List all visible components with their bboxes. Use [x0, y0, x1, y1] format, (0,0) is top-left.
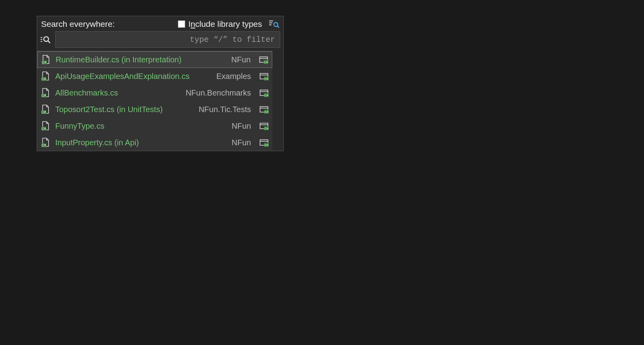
result-row[interactable]: Toposort2Test.cs (in UnitTests)NFun.Tic.…	[37, 101, 272, 118]
csharp-file-icon	[41, 55, 50, 64]
checkbox-label: Include library types	[188, 19, 262, 29]
search-row	[37, 31, 283, 51]
csharp-project-icon	[260, 122, 269, 130]
search-scope-icon[interactable]	[40, 35, 51, 44]
search-everywhere-popup: Search everywhere: Include library types	[37, 16, 284, 151]
result-file-name: AllBenchmarks.cs	[55, 88, 180, 98]
result-file-name: FunnyType.cs	[55, 122, 226, 131]
result-file-name: Toposort2Test.cs (in UnitTests)	[55, 105, 193, 114]
result-file-name: ApiUsageExamplesAndExplanation.cs	[55, 72, 211, 81]
csharp-project-icon	[260, 88, 269, 97]
result-row[interactable]: InputProperty.cs (in Api)NFun	[37, 134, 272, 151]
csharp-project-icon	[260, 105, 269, 114]
result-file-name: InputProperty.cs (in Api)	[55, 138, 226, 147]
search-input[interactable]	[55, 31, 280, 48]
csharp-file-icon	[41, 71, 50, 81]
svg-point-3	[274, 22, 278, 26]
popup-header: Search everywhere: Include library types	[37, 16, 283, 31]
csharp-file-icon	[41, 105, 50, 114]
filter-options-icon[interactable]	[269, 20, 279, 28]
result-project-name: NFun	[232, 122, 251, 131]
result-project-name: NFun	[231, 55, 251, 64]
include-library-types-checkbox[interactable]: Include library types	[178, 19, 262, 29]
svg-line-4	[277, 26, 279, 28]
result-file-name: RuntimeBuilder.cs (in Interpretation)	[56, 55, 226, 64]
result-project-name: NFun.Tic.Tests	[198, 105, 251, 114]
results-list: RuntimeBuilder.cs (in Interpretation)NFu…	[37, 51, 272, 151]
checkbox-box	[178, 21, 185, 28]
csharp-file-icon	[41, 121, 50, 131]
result-row[interactable]: AllBenchmarks.csNFun.Benchmarks	[37, 84, 272, 101]
csharp-file-icon	[41, 138, 50, 147]
result-row[interactable]: ApiUsageExamplesAndExplanation.csExample…	[37, 68, 272, 84]
result-row[interactable]: RuntimeBuilder.cs (in Interpretation)NFu…	[37, 51, 272, 68]
popup-title: Search everywhere:	[41, 19, 175, 29]
svg-point-8	[44, 37, 49, 41]
csharp-file-icon	[41, 88, 50, 98]
result-row[interactable]: FunnyType.csNFun	[37, 118, 272, 134]
result-project-name: NFun	[232, 138, 251, 147]
csharp-project-icon	[260, 138, 269, 147]
svg-line-9	[48, 41, 50, 43]
result-project-name: Examples	[216, 72, 251, 81]
result-project-name: NFun.Benchmarks	[185, 88, 251, 98]
csharp-project-icon	[260, 72, 269, 81]
csharp-project-icon	[259, 55, 269, 64]
